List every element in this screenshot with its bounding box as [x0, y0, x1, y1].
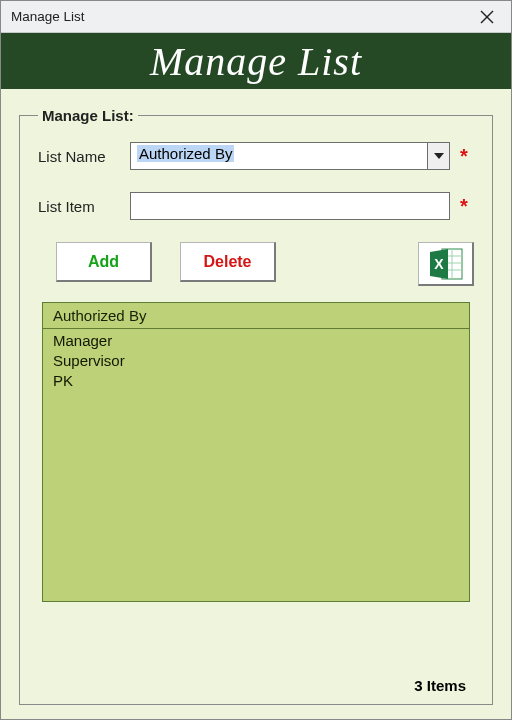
add-button[interactable]: Add — [56, 242, 152, 282]
list-name-value[interactable]: Authorized By — [131, 143, 427, 169]
svg-marker-2 — [434, 153, 444, 159]
required-marker: * — [460, 145, 474, 168]
label-list-name: List Name — [38, 148, 130, 165]
list-name-dropdown-button[interactable] — [427, 143, 449, 169]
banner-title: Manage List — [150, 38, 362, 85]
items-listbox[interactable]: Authorized By Manager Supervisor PK — [42, 302, 470, 602]
window-title: Manage List — [11, 9, 467, 24]
banner: Manage List — [1, 33, 511, 89]
listbox-header: Authorized By — [43, 303, 469, 329]
titlebar: Manage List — [1, 1, 511, 33]
list-item[interactable]: PK — [53, 371, 459, 391]
excel-icon: X — [428, 247, 464, 281]
delete-button[interactable]: Delete — [180, 242, 276, 282]
dialog-window: Manage List Manage List Manage List: Lis… — [0, 0, 512, 720]
list-item-input[interactable] — [130, 192, 450, 220]
list-item[interactable]: Supervisor — [53, 351, 459, 371]
item-count-label: 3 Items — [414, 677, 466, 694]
list-item[interactable]: Manager — [53, 331, 459, 351]
manage-list-group: Manage List: List Name Authorized By * L… — [19, 107, 493, 705]
label-list-item: List Item — [38, 198, 130, 215]
listbox-body: Manager Supervisor PK — [43, 329, 469, 393]
chevron-down-icon — [434, 153, 444, 159]
required-marker: * — [460, 195, 474, 218]
svg-text:X: X — [434, 256, 444, 272]
close-icon — [480, 10, 494, 24]
export-excel-button[interactable]: X — [418, 242, 474, 286]
group-legend: Manage List: — [38, 107, 138, 124]
row-list-item: List Item * — [38, 192, 474, 220]
action-button-row: Add Delete X — [56, 242, 474, 286]
list-name-combobox[interactable]: Authorized By — [130, 142, 450, 170]
close-button[interactable] — [467, 3, 507, 31]
dialog-body: Manage List: List Name Authorized By * L… — [1, 89, 511, 719]
row-list-name: List Name Authorized By * — [38, 142, 474, 170]
